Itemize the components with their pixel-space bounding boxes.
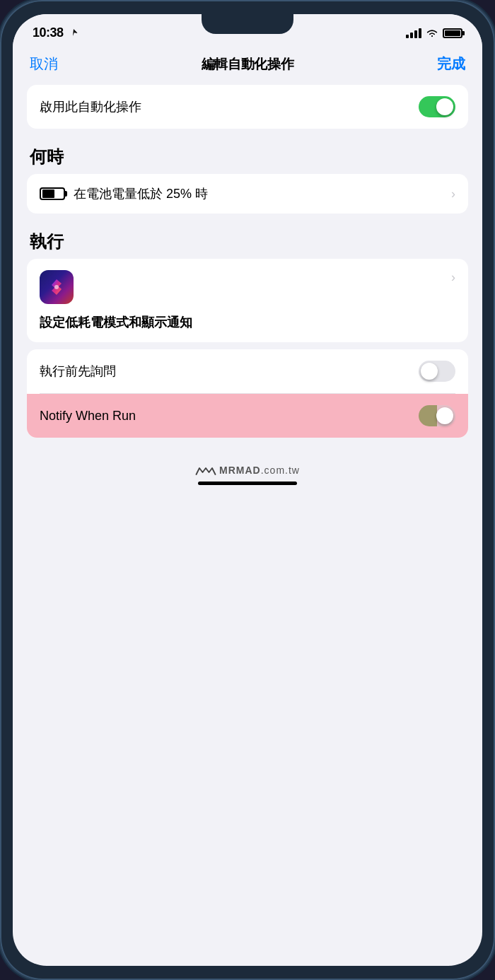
svg-point-0 (54, 285, 59, 289)
notify-when-run-toggle[interactable] (419, 405, 455, 426)
ask-before-run-label: 執行前先詢問 (40, 363, 116, 380)
phone-frame: 10:38 (0, 0, 495, 980)
trigger-row[interactable]: 在電池電量低於 25% 時 › (27, 174, 468, 214)
battery-trigger-fill (42, 189, 54, 198)
ask-toggle-knob (421, 363, 438, 380)
signal-bar-4 (419, 28, 421, 38)
ask-before-run-toggle[interactable] (419, 361, 455, 382)
brand-domain: .com.tw (261, 465, 300, 476)
signal-bar-1 (406, 35, 409, 38)
location-icon (69, 28, 78, 38)
settings-card: 執行前先詢問 Notify When Run (27, 349, 468, 438)
signal-bar-3 (414, 30, 417, 38)
mrmad-logo-icon (195, 463, 216, 477)
trigger-text: 在電池電量低於 25% 時 (74, 185, 208, 202)
notify-when-run-row: Notify When Run (27, 394, 468, 438)
home-indicator (198, 482, 297, 485)
shortcuts-icon (40, 270, 74, 304)
shortcuts-logo (46, 276, 67, 298)
wifi-icon (426, 28, 438, 38)
action-chevron-icon: › (451, 270, 455, 285)
brand-name: MRMAD.com.tw (219, 465, 300, 476)
action-title: 設定低耗電模式和顯示通知 (40, 314, 451, 331)
when-section-label: 何時 (27, 136, 468, 174)
navigation-bar: 取消 編輯自動化操作 完成 (13, 46, 482, 85)
trigger-left: 在電池電量低於 25% 時 (40, 185, 208, 202)
ask-before-run-row: 執行前先詢問 (27, 349, 468, 393)
screen-content: 啟用此自動化操作 何時 在電池電量低於 25% 時 › (13, 85, 482, 966)
signal-bar-2 (410, 33, 413, 38)
action-card[interactable]: 設定低耗電模式和顯示通知 › (27, 259, 468, 342)
enable-toggle[interactable] (419, 96, 455, 117)
status-icons (406, 28, 462, 38)
battery-low-icon (40, 187, 65, 200)
chevron-right-icon: › (451, 187, 455, 202)
page-title: 編輯自動化操作 (202, 55, 294, 74)
action-content: 設定低耗電模式和顯示通知 (40, 270, 451, 331)
trigger-card: 在電池電量低於 25% 時 › (27, 174, 468, 214)
signal-bars (406, 28, 421, 38)
cancel-button[interactable]: 取消 (30, 54, 58, 74)
battery-icon (443, 28, 462, 38)
done-button[interactable]: 完成 (437, 54, 465, 74)
battery-fill (445, 30, 460, 36)
execute-section-label: 執行 (27, 221, 468, 259)
notify-toggle-knob (436, 407, 453, 424)
notch (202, 14, 293, 34)
enable-label: 啟用此自動化操作 (40, 98, 141, 115)
enable-automation-card: 啟用此自動化操作 (27, 85, 468, 129)
phone-screen: 10:38 (13, 14, 482, 966)
toggle-knob (436, 98, 453, 115)
brand-logo: MRMAD.com.tw (195, 463, 300, 477)
notify-when-run-label: Notify When Run (40, 409, 136, 424)
enable-row: 啟用此自動化操作 (27, 85, 468, 129)
status-time: 10:38 (33, 25, 64, 40)
footer: MRMAD.com.tw (27, 449, 468, 496)
